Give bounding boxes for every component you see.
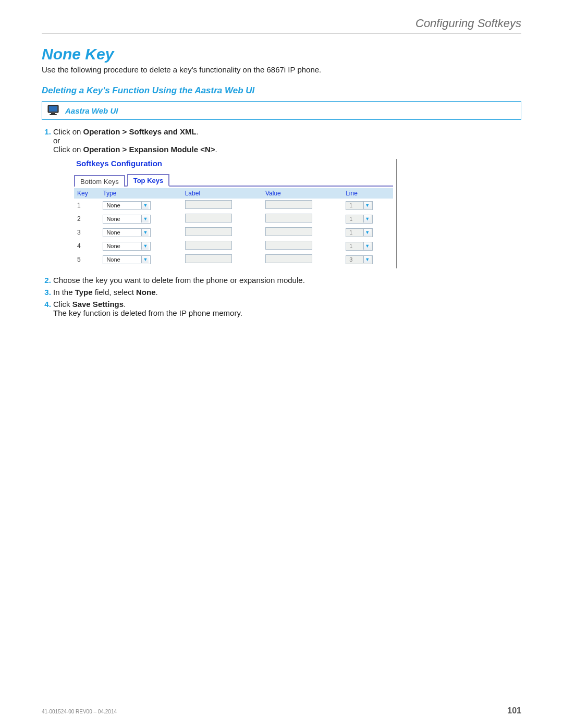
chevron-down-icon: ▼: [141, 202, 149, 209]
step-1-text-b: Click on: [53, 145, 83, 154]
procedure-list: Click on Operation > Softkeys and XML. o…: [53, 127, 521, 317]
label-input[interactable]: [185, 227, 232, 236]
page-number: 101: [507, 706, 521, 715]
type-select[interactable]: None▼: [103, 228, 151, 237]
doc-id: 41-001524-00 REV00 – 04.2014: [42, 709, 117, 714]
tab-row: Bottom Keys Top Keys: [74, 173, 393, 187]
label-input[interactable]: [185, 241, 232, 250]
line-select[interactable]: 3▼: [346, 255, 373, 264]
chevron-down-icon: ▼: [141, 256, 149, 263]
step-3-a: In the: [53, 288, 75, 297]
line-select[interactable]: 1▼: [346, 228, 373, 237]
chevron-down-icon: ▼: [141, 242, 149, 250]
cell-key: 3: [74, 226, 100, 239]
col-type: Type: [100, 188, 181, 199]
col-key: Key: [74, 188, 100, 199]
chapter-title: Configuring Softkeys: [42, 17, 521, 34]
aastra-web-ui-label: Aastra Web UI: [65, 106, 118, 115]
step-1-end-a: .: [197, 127, 199, 136]
type-select[interactable]: None▼: [103, 215, 151, 224]
type-select[interactable]: None▼: [103, 201, 151, 210]
value-input[interactable]: [265, 214, 312, 223]
table-row: 1None▼1▼: [74, 199, 393, 212]
page-footer: 41-001524-00 REV00 – 04.2014 101: [42, 706, 521, 715]
svg-rect-3: [50, 114, 57, 115]
table-row: 3None▼1▼: [74, 226, 393, 239]
chevron-down-icon: ▼: [363, 215, 371, 223]
step-4: Click Save Settings. The key function is…: [53, 300, 521, 317]
line-select[interactable]: 1▼: [346, 242, 373, 251]
col-value: Value: [262, 188, 342, 199]
step-3-c: field, select: [93, 288, 136, 297]
value-input[interactable]: [265, 200, 312, 209]
svg-rect-1: [49, 106, 57, 112]
line-select[interactable]: 1▼: [346, 201, 373, 210]
step-1: Click on Operation > Softkeys and XML. o…: [53, 127, 521, 268]
label-input[interactable]: [185, 200, 232, 209]
chevron-down-icon: ▼: [363, 256, 371, 263]
step-4-save: Save Settings: [72, 300, 124, 309]
type-select[interactable]: None▼: [103, 255, 151, 264]
value-input[interactable]: [265, 254, 312, 263]
tab-bottom-keys[interactable]: Bottom Keys: [74, 175, 125, 187]
step-4-sub: The key function is deleted from the IP …: [53, 309, 521, 317]
line-select[interactable]: 1▼: [346, 215, 373, 224]
section-intro: Use the following procedure to delete a …: [42, 65, 521, 74]
cell-key: 5: [74, 253, 100, 266]
chevron-down-icon: ▼: [363, 202, 371, 209]
value-input[interactable]: [265, 227, 312, 236]
table-row: 4None▼1▼: [74, 239, 393, 253]
step-3: In the Type field, select None.: [53, 288, 521, 297]
step-4-c: .: [124, 300, 126, 309]
step-1-or: or: [53, 136, 521, 145]
softkeys-table: Key Type Label Value Line 1None▼1▼2None▼…: [74, 188, 393, 266]
step-1-end-b: .: [215, 145, 217, 154]
type-select[interactable]: None▼: [103, 242, 151, 251]
tab-top-keys[interactable]: Top Keys: [127, 174, 170, 187]
cell-key: 4: [74, 239, 100, 253]
aastra-web-ui-box: Aastra Web UI: [42, 101, 521, 120]
step-3-none: None: [136, 288, 156, 297]
label-input[interactable]: [185, 214, 232, 223]
chevron-down-icon: ▼: [141, 229, 149, 236]
step-1-text-a: Click on: [53, 127, 83, 136]
col-line: Line: [342, 188, 393, 199]
step-1-path-a: Operation > Softkeys and XML: [83, 127, 197, 136]
cell-key: 2: [74, 212, 100, 226]
col-label: Label: [182, 188, 262, 199]
label-input[interactable]: [185, 254, 232, 263]
svg-rect-2: [51, 113, 55, 114]
subsection-title: Deleting a Key's Function Using the Aast…: [42, 85, 521, 96]
screenshot-title: Softkeys Configuration: [76, 159, 393, 168]
softkeys-screenshot: Softkeys Configuration Bottom Keys Top K…: [74, 159, 397, 268]
step-1-alt: Click on Operation > Expansion Module <N…: [53, 145, 521, 154]
step-1-path-b: Operation > Expansion Module <N>: [83, 145, 215, 154]
step-3-e: .: [155, 288, 157, 297]
section-title: None Key: [42, 45, 521, 63]
chevron-down-icon: ▼: [141, 215, 149, 223]
table-row: 2None▼1▼: [74, 212, 393, 226]
chevron-down-icon: ▼: [363, 229, 371, 236]
monitor-icon: [47, 105, 60, 116]
step-2: Choose the key you want to delete from t…: [53, 276, 521, 285]
value-input[interactable]: [265, 241, 312, 250]
table-row: 5None▼3▼: [74, 253, 393, 266]
cell-key: 1: [74, 199, 100, 212]
step-3-type: Type: [75, 288, 93, 297]
chevron-down-icon: ▼: [363, 242, 371, 250]
step-4-a: Click: [53, 300, 72, 309]
